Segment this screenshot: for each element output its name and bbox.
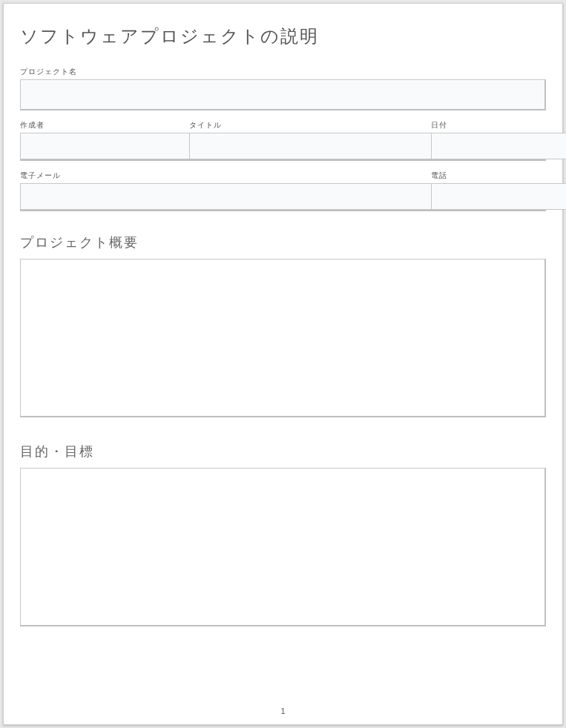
job-title-label: タイトル (189, 121, 431, 130)
goals-textarea[interactable] (20, 468, 546, 626)
overview-textarea[interactable] (20, 259, 546, 417)
author-input[interactable] (20, 133, 189, 159)
contact-row: 電子メール 電話 (20, 171, 546, 211)
author-label: 作成者 (20, 121, 189, 130)
phone-input[interactable] (431, 183, 566, 210)
project-name-input[interactable] (20, 79, 546, 110)
goals-heading: 目的・目標 (20, 443, 546, 460)
email-label: 電子メール (20, 171, 431, 181)
project-name-field: プロジェクト名 (20, 67, 546, 110)
email-input[interactable] (20, 183, 431, 210)
author-row: 作成者 タイトル 日付 (20, 121, 546, 161)
job-title-input[interactable] (189, 133, 431, 159)
document-title: ソフトウェアプロジェクトの説明 (20, 24, 546, 48)
project-name-label: プロジェクト名 (20, 67, 546, 77)
document-page: ソフトウェアプロジェクトの説明 プロジェクト名 作成者 タイトル 日付 電子メー… (3, 3, 563, 725)
date-input[interactable] (431, 133, 566, 159)
overview-heading: プロジェクト概要 (20, 234, 546, 251)
phone-label: 電話 (431, 171, 548, 181)
date-label: 日付 (431, 121, 548, 130)
page-number: 1 (280, 707, 285, 715)
